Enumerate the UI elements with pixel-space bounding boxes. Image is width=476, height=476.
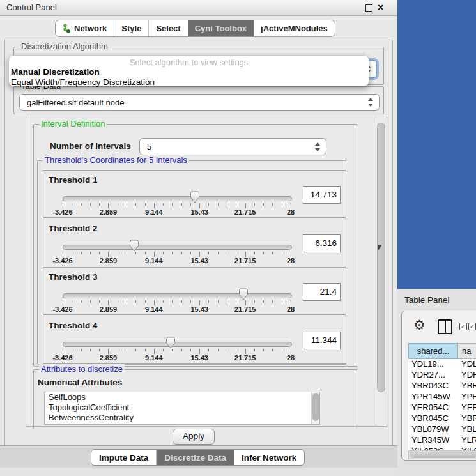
- tick-mark: [199, 252, 200, 257]
- interval-definition-title: Interval Definition: [39, 119, 107, 128]
- tick-mark: [263, 252, 264, 254]
- slider-thumb[interactable]: [129, 240, 139, 252]
- number-of-intervals-select[interactable]: 5: [139, 138, 326, 155]
- cell-shared-name: YDL19...: [408, 359, 458, 370]
- slider-tick-labels: -3.4262.8599.14415.4321.71528: [63, 257, 291, 265]
- tab-jactivemnodules[interactable]: jActiveMNodules: [254, 20, 335, 36]
- cell-shared-name: YLR345W: [408, 435, 458, 446]
- cell-name: YDL1: [458, 359, 476, 370]
- tab-select[interactable]: Select: [149, 20, 187, 36]
- tick-mark: [127, 300, 127, 303]
- threshold-value-field[interactable]: 14.713: [303, 186, 341, 204]
- table-row[interactable]: YER054CYER0: [408, 403, 476, 413]
- table-data-select[interactable]: galFiltered.sif default node: [19, 94, 380, 111]
- tick-mark: [154, 203, 155, 208]
- tick-mark: [272, 203, 273, 206]
- tick-mark: [108, 349, 109, 354]
- discretization-algorithm-group-title: Discretization Algorithm: [19, 42, 110, 51]
- float-window-icon[interactable]: [365, 4, 372, 12]
- tick-mark: [72, 300, 72, 303]
- attribute-list-item[interactable]: BetweennessCentrality: [45, 413, 319, 423]
- tick-label: 9.144: [145, 354, 163, 362]
- table-row[interactable]: YBL079WYBL0: [408, 424, 476, 435]
- table-row[interactable]: YDL19...YDL1: [408, 359, 476, 370]
- tick-mark: [127, 349, 127, 351]
- split-columns-icon[interactable]: [438, 319, 452, 334]
- tab-style[interactable]: Style: [114, 20, 149, 36]
- slider-thumb[interactable]: [190, 191, 200, 203]
- control-panel-titlebar: Control Panel ×: [0, 0, 397, 16]
- table-row[interactable]: YBR043CYBR0: [408, 381, 476, 392]
- settings-scrollbar-thumb[interactable]: [377, 123, 385, 392]
- close-icon[interactable]: ×: [378, 1, 383, 14]
- bottom-substrip: [0, 468, 397, 476]
- algorithm-options: Manual DiscretizationEqual Width/Frequen…: [9, 67, 369, 87]
- table-header: shared... na: [408, 343, 476, 359]
- attributes-scrollbar[interactable]: [311, 392, 319, 424]
- tick-mark: [282, 349, 282, 351]
- tick-label: 15.43: [190, 354, 208, 362]
- attribute-list-item[interactable]: SelfLoops: [45, 392, 319, 403]
- numerical-attributes-list[interactable]: SelfLoopsTopologicalCoefficientBetweenne…: [44, 392, 320, 425]
- tick-mark: [236, 203, 236, 206]
- apply-button[interactable]: Apply: [173, 429, 215, 445]
- slider-ticks: [63, 203, 291, 208]
- slider-ticks: [63, 252, 291, 257]
- tick-mark: [181, 252, 182, 254]
- tick-mark: [81, 252, 82, 254]
- threshold-value-field[interactable]: 6.316: [303, 234, 341, 252]
- tab-cyni-toolbox[interactable]: Cyni Toolbox: [188, 20, 254, 36]
- bottom-tab-infer-network[interactable]: Infer Network: [234, 450, 304, 465]
- table-row[interactable]: YLR345WYLR3: [408, 435, 476, 446]
- threshold-slider[interactable]: [63, 245, 292, 250]
- settings-scrollbar[interactable]: [376, 117, 386, 426]
- checkbox-icon[interactable]: ✓: [468, 323, 476, 330]
- control-panel-title: Control Panel: [6, 3, 57, 12]
- threshold-box: Threshold 1-3.4262.8599.14415.4321.71528…: [43, 170, 346, 218]
- tab-network[interactable]: Network: [56, 20, 114, 36]
- settings-scroll-panel: Interval Definition Number of Intervals …: [26, 116, 387, 427]
- gear-icon[interactable]: ⚙: [413, 318, 426, 333]
- table-hscrollbar-thumb[interactable]: [410, 452, 476, 458]
- algorithm-option[interactable]: Manual Discretization: [9, 67, 369, 77]
- tick-mark: [291, 349, 291, 354]
- tick-mark: [72, 203, 72, 206]
- cell-name: YDR2: [458, 370, 476, 381]
- checkbox-icon[interactable]: ✓: [459, 323, 467, 330]
- cell-shared-name: YBR043C: [408, 381, 458, 392]
- table-row[interactable]: YPR145WYPR1: [408, 392, 476, 403]
- algorithm-placeholder-option[interactable]: Select algorithm to view settings: [9, 58, 369, 67]
- tick-mark: [118, 349, 118, 351]
- threshold-slider[interactable]: [63, 196, 292, 201]
- tick-mark: [208, 252, 209, 254]
- tick-mark: [227, 252, 227, 254]
- attribute-list-item[interactable]: TopologicalCoefficient: [45, 403, 319, 413]
- table-hscrollbar[interactable]: [408, 450, 476, 459]
- threshold-slider[interactable]: [63, 342, 292, 347]
- algorithm-option[interactable]: Equal Width/Frequency Discretization: [9, 77, 369, 88]
- tick-label: -3.426: [52, 208, 72, 216]
- tick-mark: [63, 252, 63, 257]
- cell-name: YPR1: [458, 392, 476, 403]
- interval-definition-group: Interval Definition Number of Intervals …: [33, 124, 357, 367]
- tick-label: 2.859: [100, 354, 118, 362]
- slider-thumb[interactable]: [238, 288, 249, 300]
- bottom-tab-discretize-data[interactable]: Discretize Data: [157, 450, 234, 465]
- attributes-scrollbar-thumb[interactable]: [312, 393, 319, 421]
- tick-mark: [163, 252, 164, 254]
- column-header-shared-name[interactable]: shared...: [408, 343, 458, 359]
- table-row[interactable]: YBR045CYBR0: [408, 413, 476, 424]
- threshold-box: Threshold 4-3.4262.8599.14415.4321.71528…: [43, 316, 346, 364]
- threshold-slider[interactable]: [63, 293, 292, 298]
- tick-mark: [108, 203, 109, 208]
- algorithm-dropdown-popup: Select algorithm to view settings Manual…: [8, 55, 369, 86]
- column-header-name[interactable]: na: [458, 343, 476, 359]
- threshold-value-field[interactable]: 21.4: [303, 283, 341, 301]
- threshold-value-field[interactable]: 11.344: [303, 332, 341, 349]
- tick-mark: [199, 349, 200, 354]
- tick-mark: [90, 349, 91, 351]
- table-data-value: galFiltered.sif default node: [27, 98, 124, 107]
- table-row[interactable]: YDR27...YDR2: [408, 370, 476, 381]
- slider-thumb[interactable]: [165, 337, 176, 349]
- bottom-tab-impute-data[interactable]: Impute Data: [91, 450, 157, 465]
